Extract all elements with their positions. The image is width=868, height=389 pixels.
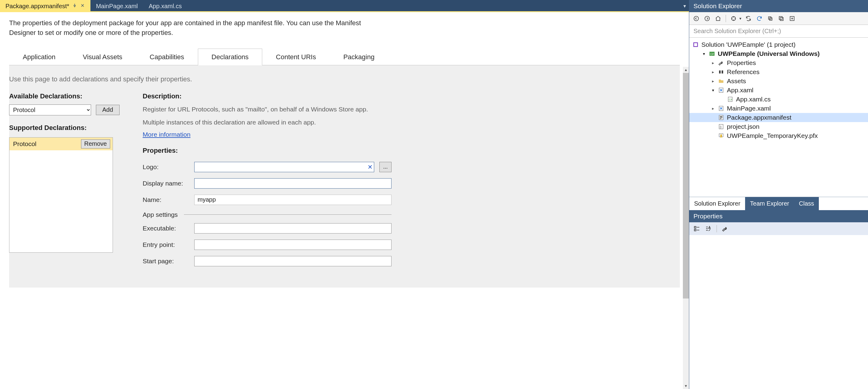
svg-point-25 [720,134,722,136]
bottom-tab-class[interactable]: Class [794,197,819,210]
refresh-icon[interactable] [755,14,764,23]
executable-label: Executable: [143,225,194,232]
solution-explorer-search [689,25,868,38]
tab-overflow-dropdown-icon[interactable]: ▼ [680,0,689,12]
chevron-right-icon[interactable] [711,106,715,111]
xaml-icon [718,105,724,112]
document-tab-strip: Package.appxmanifest* MainPage.xaml App.… [0,0,689,12]
tree-item[interactable]: Properties [689,58,868,67]
svg-point-0 [694,16,699,21]
properties-panel-title: Properties [689,210,868,222]
forward-icon[interactable] [703,14,712,23]
tab-app-xaml-cs[interactable]: App.xaml.cs [143,0,187,12]
subtab-packaging[interactable]: Packaging [330,49,388,65]
remove-button[interactable]: Remove [81,139,110,149]
chevron-right-icon[interactable] [711,60,715,65]
supported-declarations-list[interactable]: Protocol Remove [9,137,113,253]
app-settings-group-label: App settings [143,211,178,218]
description-line-2: Multiple instances of this declaration a… [143,118,392,127]
properties-icon[interactable] [787,14,797,23]
properties-toolbar [689,222,868,235]
svg-text:C#: C# [729,98,732,101]
close-icon[interactable] [80,3,85,9]
svg-rect-20 [720,118,722,118]
available-declarations-select[interactable]: Protocol [9,104,91,115]
designer-scrollbar[interactable]: ▲ ▼ [683,67,689,389]
declarations-hint: Use this page to add declarations and sp… [9,75,680,83]
subtab-declarations[interactable]: Declarations [198,49,262,65]
add-button[interactable]: Add [96,105,120,115]
tree-item[interactable]: MainPage.xaml [689,104,868,113]
tab-label: MainPage.xaml [96,3,138,10]
solution-explorer-search-input[interactable] [689,25,868,37]
back-icon[interactable] [692,14,701,23]
more-information-link[interactable]: More information [143,131,191,138]
tree-project-node[interactable]: C# UWPEample (Universal Windows) [689,49,868,58]
chevron-down-icon[interactable] [702,51,706,56]
declarations-right-column: Description: Register for URL Protocols,… [143,92,392,269]
subtab-content-uris[interactable]: Content URIs [262,49,330,65]
bottom-tab-solution-explorer[interactable]: Solution Explorer [689,197,745,210]
logo-input[interactable] [194,162,374,172]
tree-item[interactable]: {}project.json [689,122,868,131]
bottom-tab-team-explorer[interactable]: Team Explorer [745,197,794,210]
available-declarations-heading: Available Declarations: [9,92,124,100]
tree-item-label: App.xaml.cs [736,96,771,103]
editor-pane: Package.appxmanifest* MainPage.xaml App.… [0,0,689,389]
solution-icon [692,41,699,48]
clear-icon[interactable]: ✕ [368,163,373,171]
csharp-project-icon: C# [709,51,715,57]
subtab-capabilities[interactable]: Capabilities [136,49,198,65]
alphabetical-icon[interactable] [704,224,713,233]
manifest-icon [718,114,724,121]
subtab-visual-assets[interactable]: Visual Assets [69,49,136,65]
start-page-label: Start page: [143,258,194,265]
browse-button[interactable]: ... [379,162,392,172]
chevron-down-icon[interactable]: ▼ [739,17,742,20]
chevron-right-icon[interactable] [711,69,715,74]
chevron-down-icon[interactable] [711,88,715,93]
svg-text:{}: {} [720,125,722,128]
tree-item-label: UWPEample_TemporaryKey.pfx [727,132,818,139]
tree-item[interactable]: Package.appxmanifest [689,113,868,122]
tree-item[interactable]: Assets [689,77,868,86]
wrench-icon[interactable] [720,224,730,233]
designer-intro-text: The properties of the deployment package… [9,18,373,38]
show-all-files-icon[interactable] [777,14,786,23]
svg-rect-21 [720,118,721,119]
svg-rect-26 [694,226,696,228]
name-input[interactable] [194,194,392,205]
manifest-designer: The properties of the deployment package… [0,12,689,389]
tree-item[interactable]: App.xaml [689,86,868,95]
tree-solution-node[interactable]: Solution 'UWPEample' (1 project) [689,40,868,49]
svg-rect-19 [720,116,722,117]
tab-package-appxmanifest[interactable]: Package.appxmanifest* [0,0,90,12]
collapse-all-icon[interactable] [766,14,775,23]
tree-item[interactable]: References [689,67,868,77]
json-icon: {} [718,123,724,130]
svg-rect-5 [779,17,782,20]
chevron-right-icon[interactable] [711,79,715,84]
sync-icon[interactable] [744,14,753,23]
entry-point-label: Entry point: [143,241,194,248]
pin-icon[interactable] [72,3,77,9]
categorized-icon[interactable] [692,224,702,233]
entry-point-input[interactable] [194,240,392,250]
subtab-application[interactable]: Application [9,49,69,65]
tab-mainpage-xaml[interactable]: MainPage.xaml [90,0,143,12]
supported-item-protocol[interactable]: Protocol Remove [9,138,113,150]
display-name-input[interactable] [194,178,392,188]
supported-item-label: Protocol [13,140,36,148]
svg-rect-12 [719,70,720,73]
tree-item-label: Package.appxmanifest [727,114,791,121]
start-page-input[interactable] [194,256,392,266]
svg-rect-27 [694,229,696,231]
home-icon[interactable] [714,14,723,23]
tree-item[interactable]: C#App.xaml.cs [689,95,868,104]
svg-point-1 [705,16,710,21]
scope-icon[interactable] [729,14,738,23]
tree-item-label: project.json [727,123,760,130]
solution-tree[interactable]: Solution 'UWPEample' (1 project) C# UWPE… [689,38,868,197]
executable-input[interactable] [194,223,392,234]
tree-item[interactable]: UWPEample_TemporaryKey.pfx [689,131,868,140]
